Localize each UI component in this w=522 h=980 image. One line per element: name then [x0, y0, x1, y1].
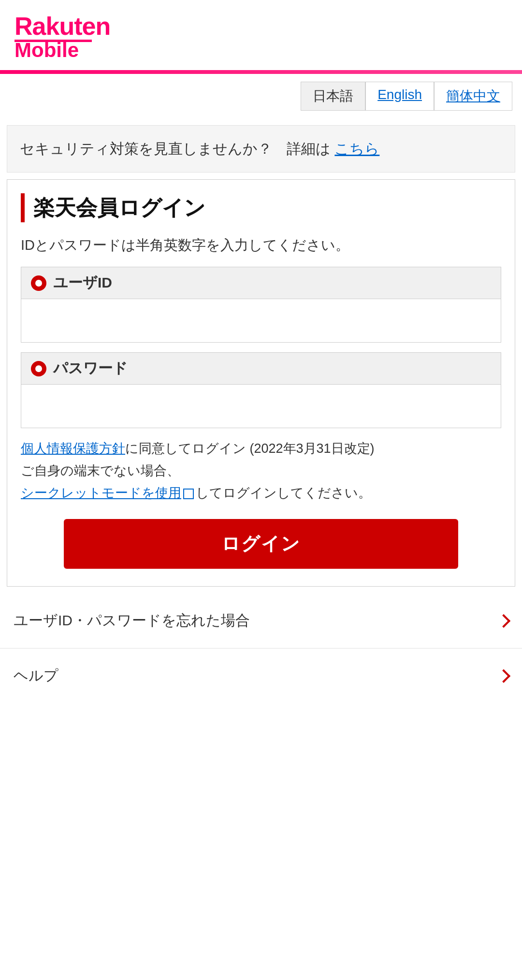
- language-selector: 日本語 English 簡体中文: [0, 74, 522, 118]
- privacy-text-4: してログインしてください。: [196, 486, 371, 500]
- title-accent-bar: [21, 193, 25, 222]
- rakuten-logo-text: Rakuten: [14, 14, 508, 39]
- user-id-required-icon: [31, 275, 46, 291]
- login-button-container: ログイン: [21, 514, 501, 572]
- password-input[interactable]: [21, 385, 501, 428]
- secret-mode-link[interactable]: シークレットモードを使用: [21, 486, 181, 500]
- privacy-text-2: に同意してログイン (2022年3月31日改定): [125, 441, 375, 456]
- chinese-lang-button[interactable]: 簡体中文: [434, 82, 512, 111]
- login-title-container: 楽天会員ログイン: [21, 193, 501, 222]
- brand-bar: [0, 70, 522, 74]
- user-id-label-row: ユーザID: [21, 267, 501, 299]
- notice-text: セキュリティ対策を見直しませんか？ 詳細は: [20, 141, 331, 157]
- mobile-logo-text: Mobile: [14, 40, 508, 60]
- forgot-credentials-label: ユーザID・パスワードを忘れた場合: [14, 611, 250, 631]
- password-label: パスワード: [53, 359, 128, 378]
- user-id-label: ユーザID: [53, 273, 112, 293]
- user-id-field-group: ユーザID: [21, 267, 501, 349]
- secret-mode-icon: [183, 489, 194, 499]
- login-button[interactable]: ログイン: [64, 519, 458, 569]
- password-required-icon: [31, 361, 46, 376]
- logo: Rakuten Mobile: [14, 14, 508, 60]
- login-subtitle: IDとパスワードは半角英数字を入力してください。: [21, 234, 501, 256]
- header: Rakuten Mobile: [0, 0, 522, 70]
- chevron-right-icon-2: [497, 669, 510, 682]
- notice-link[interactable]: こちら: [334, 141, 379, 157]
- english-lang-button[interactable]: English: [365, 82, 434, 111]
- help-label: ヘルプ: [14, 666, 58, 686]
- privacy-text-3: ご自身の端末でない場合、: [21, 463, 180, 478]
- japanese-lang-button[interactable]: 日本語: [301, 82, 365, 111]
- chevron-right-icon: [497, 614, 510, 627]
- password-label-row: パスワード: [21, 352, 501, 385]
- login-title: 楽天会員ログイン: [33, 194, 205, 222]
- login-card: 楽天会員ログイン IDとパスワードは半角英数字を入力してください。 ユーザID …: [7, 179, 515, 587]
- help-link[interactable]: ヘルプ: [0, 649, 522, 703]
- user-id-input[interactable]: [21, 299, 501, 343]
- privacy-consent-text: 個人情報保護方針に同意してログイン (2022年3月31日改定) ご自身の端末で…: [21, 438, 501, 504]
- bottom-links-container: ユーザID・パスワードを忘れた場合 ヘルプ: [0, 593, 522, 703]
- forgot-credentials-link[interactable]: ユーザID・パスワードを忘れた場合: [0, 593, 522, 649]
- password-field-group: パスワード: [21, 352, 501, 435]
- privacy-policy-link[interactable]: 個人情報保護方針: [21, 441, 125, 456]
- security-notice-banner: セキュリティ対策を見直しませんか？ 詳細は こちら: [7, 125, 515, 173]
